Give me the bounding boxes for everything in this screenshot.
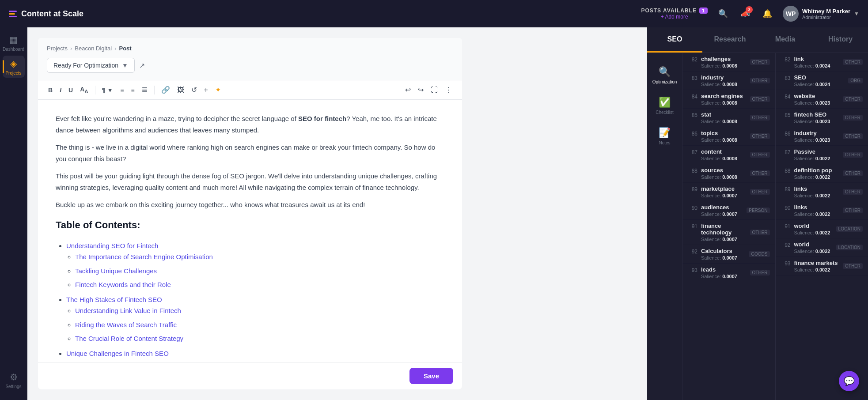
search-button[interactable]: 🔍 bbox=[716, 7, 730, 20]
kw-item-85-left: 85 stat Salience: 0.0008 OTHER bbox=[682, 109, 775, 127]
kw-word: finance technology bbox=[701, 223, 747, 236]
redo-button[interactable]: ↪ bbox=[415, 84, 427, 96]
more-options-button[interactable]: ⋮ bbox=[442, 84, 455, 96]
kw-word: world bbox=[794, 241, 833, 248]
tab-history[interactable]: History bbox=[813, 27, 868, 53]
paragraph-button[interactable]: ¶ ▼ bbox=[99, 85, 117, 95]
font-size-button[interactable]: AA bbox=[77, 84, 91, 96]
kw-item-82-right: 82 link Salience: 0.0024 OTHER bbox=[776, 53, 868, 72]
kw-tag: OTHER bbox=[750, 189, 770, 195]
chat-widget[interactable]: 💬 bbox=[839, 371, 859, 391]
kw-word: audiences bbox=[701, 204, 743, 211]
kw-tag: ORG bbox=[848, 78, 863, 83]
rotate-button[interactable]: ↺ bbox=[188, 84, 200, 96]
posts-count-row: POSTS AVAILABLE 1 bbox=[641, 8, 708, 14]
toc-item-1[interactable]: Understanding SEO for Fintech bbox=[66, 242, 158, 249]
align-center-button[interactable]: ≡ bbox=[128, 85, 137, 95]
undo-button[interactable]: ↩ bbox=[402, 84, 414, 96]
underline-button[interactable]: U bbox=[65, 85, 76, 95]
toc-item-2-sub2[interactable]: Riding the Waves of Search Traffic bbox=[75, 321, 177, 328]
tab-seo[interactable]: SEO bbox=[647, 27, 702, 53]
image-button[interactable]: 🖼 bbox=[174, 84, 187, 96]
sidebar-label-settings: Settings bbox=[5, 384, 21, 389]
toc-item-2[interactable]: The High Stakes of Fintech SEO bbox=[66, 296, 162, 303]
tab-research[interactable]: Research bbox=[702, 27, 758, 53]
kw-salience: Salience: 0.0022 bbox=[794, 193, 840, 198]
save-button[interactable]: Save bbox=[409, 368, 453, 384]
external-link-icon[interactable]: ↗ bbox=[139, 61, 145, 70]
logo-area: Content at Scale bbox=[9, 9, 641, 19]
megaphone-button[interactable]: 📣 3 bbox=[739, 7, 752, 20]
kw-word: industry bbox=[701, 74, 747, 81]
breadcrumb-sep2: › bbox=[114, 45, 116, 52]
kw-salience: Salience: 0.0007 bbox=[701, 255, 745, 260]
kw-tag: OTHER bbox=[750, 270, 770, 275]
kw-tag: OTHER bbox=[843, 96, 863, 102]
format-button[interactable]: ☰ bbox=[139, 85, 151, 95]
sidebar-item-projects[interactable]: ◈ Projects bbox=[3, 56, 25, 78]
kw-salience: Salience: 0.0008 bbox=[701, 63, 747, 68]
kw-item-86-left: 86 topics Salience: 0.0008 OTHER bbox=[682, 127, 775, 146]
breadcrumb-projects[interactable]: Projects bbox=[47, 45, 68, 52]
add-more-link[interactable]: + Add more bbox=[661, 14, 688, 20]
toc-item-2-sub1[interactable]: Understanding Link Value in Fintech bbox=[75, 307, 181, 314]
sidebar-item-settings[interactable]: ⚙ Settings bbox=[3, 369, 25, 391]
toc-item-1-sub2[interactable]: Tackling Unique Challenges bbox=[75, 267, 157, 275]
toc-item-1-sub1[interactable]: The Importance of Search Engine Optimisa… bbox=[75, 253, 213, 260]
top-navigation: Content at Scale POSTS AVAILABLE 1 + Add… bbox=[0, 0, 868, 27]
link-button[interactable]: 🔗 bbox=[158, 84, 173, 96]
status-bar: Ready For Optimization ▼ ↗ bbox=[47, 58, 453, 73]
editor-content[interactable]: Ever felt like you're wandering in a maz… bbox=[38, 100, 462, 362]
kw-num: 91 bbox=[688, 223, 697, 230]
kw-tag: OTHER bbox=[843, 59, 863, 65]
user-menu[interactable]: WP Whitney M Parker Administrator ▼ bbox=[783, 6, 859, 22]
breadcrumb-client[interactable]: Beacon Digital bbox=[75, 45, 112, 52]
kw-salience: Salience: 0.0022 bbox=[794, 267, 840, 272]
settings-icon: ⚙ bbox=[10, 372, 18, 382]
kw-details: stat Salience: 0.0008 bbox=[701, 111, 747, 124]
kw-tag: OTHER bbox=[750, 115, 770, 121]
kw-word: search engines bbox=[701, 93, 747, 99]
kw-word: world bbox=[794, 223, 833, 229]
toc-item-3[interactable]: Unique Challenges in Fintech SEO bbox=[66, 350, 169, 357]
posts-available: POSTS AVAILABLE 1 + Add more bbox=[641, 8, 708, 20]
align-left-button[interactable]: ≡ bbox=[117, 85, 127, 95]
toc-item-1-sub3[interactable]: Fintech Keywords and their Role bbox=[75, 281, 171, 288]
bold-button[interactable]: B bbox=[45, 85, 56, 95]
side-nav-checklist[interactable]: ✅ Checklist bbox=[652, 92, 677, 119]
side-nav-notes[interactable]: 📝 Notes bbox=[655, 123, 674, 150]
kw-details: finance technology Salience: 0.0007 bbox=[701, 223, 747, 242]
kw-tag: GOODS bbox=[749, 251, 769, 257]
fullscreen-button[interactable]: ⛶ bbox=[428, 84, 441, 96]
kw-num: 92 bbox=[781, 242, 791, 248]
kw-tag: OTHER bbox=[843, 208, 863, 213]
star-button[interactable]: ✦ bbox=[212, 84, 224, 96]
kw-salience: Salience: 0.0008 bbox=[701, 119, 747, 124]
notification-bell-button[interactable]: 🔔 bbox=[761, 7, 774, 20]
sidebar-item-dashboard[interactable]: ▦ Dashboard bbox=[3, 32, 25, 54]
kw-word: finance markets bbox=[794, 260, 840, 266]
kw-details: search engines Salience: 0.0008 bbox=[701, 93, 747, 106]
kw-word: website bbox=[794, 93, 840, 99]
sidebar-label-dashboard: Dashboard bbox=[3, 47, 24, 52]
kw-num: 90 bbox=[688, 205, 697, 211]
kw-details: world Salience: 0.0022 bbox=[794, 223, 833, 235]
kw-item-93-right: 93 finance markets Salience: 0.0022 OTHE… bbox=[776, 257, 868, 275]
kw-tag: OTHER bbox=[750, 152, 770, 158]
kw-item-87-left: 87 content Salience: 0.0008 OTHER bbox=[682, 146, 775, 164]
italic-button[interactable]: I bbox=[57, 85, 64, 95]
optimization-icon: 🔍 bbox=[659, 66, 671, 78]
editor-toolbar: B I U AA ¶ ▼ ≡ ≡ ☰ 🔗 🖼 ↺ + ✦ bbox=[38, 80, 462, 100]
kw-num: 84 bbox=[781, 94, 791, 100]
kw-item-90-left: 90 audiences Salience: 0.0007 PERSON bbox=[682, 201, 775, 220]
status-dropdown[interactable]: Ready For Optimization ▼ bbox=[47, 58, 135, 73]
kw-tag: OTHER bbox=[843, 133, 863, 139]
kw-word: link bbox=[794, 56, 840, 62]
breadcrumb-current: Post bbox=[119, 45, 131, 52]
kw-item-83-left: 83 industry Salience: 0.0008 OTHER bbox=[682, 72, 775, 90]
kw-details: links Salience: 0.0022 bbox=[794, 185, 840, 198]
side-nav-optimization[interactable]: 🔍 Optimization bbox=[649, 62, 681, 89]
toc-item-2-sub3[interactable]: The Crucial Role of Content Strategy bbox=[75, 335, 183, 342]
add-element-button[interactable]: + bbox=[201, 84, 211, 96]
tab-media[interactable]: Media bbox=[758, 27, 813, 53]
